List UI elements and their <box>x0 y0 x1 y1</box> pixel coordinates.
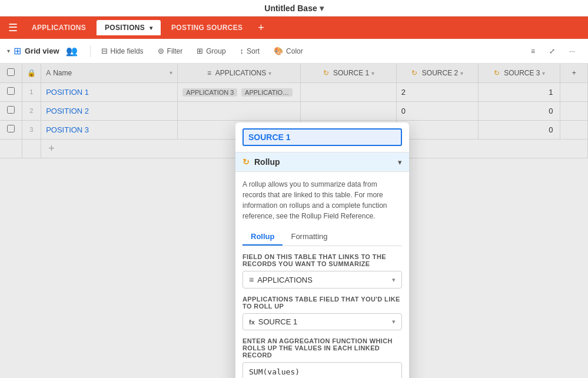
tab-rollup[interactable]: Rollup <box>242 228 283 246</box>
link-field-icon: ≡ <box>249 275 254 284</box>
color-icon: 🎨 <box>274 47 283 55</box>
rollup-field-icon: fx <box>249 319 255 326</box>
agg-label: Enter an aggregation function which roll… <box>242 337 402 359</box>
more-options-button[interactable]: ··· <box>563 44 581 58</box>
sort-icon: ↕ <box>240 47 244 55</box>
color-label: Color <box>286 47 303 55</box>
rollup-field-value: SOURCE 1 <box>258 317 297 326</box>
select-left: ≡ APPLICATIONS <box>249 275 313 284</box>
modal-body: A rollup allows you to summarize data fr… <box>235 172 409 378</box>
toolbar: ▾ ⊞ Grid view 👥 ⊟ Hide fields ⊜ Filter ⊞… <box>0 39 588 64</box>
type-expand-icon: ▾ <box>398 158 402 167</box>
sort-label: Sort <box>247 47 260 55</box>
link-field-chevron-icon: ▾ <box>392 276 396 284</box>
tab-bar: ☰ APPLICATIONS POSITIONS ▾ POSTING SOURC… <box>0 16 588 39</box>
fullscreen-button[interactable]: ⤢ <box>543 44 561 58</box>
filter-button[interactable]: ⊜ Filter <box>152 44 189 58</box>
field-name-input[interactable] <box>242 128 402 146</box>
link-field-value: APPLICATIONS <box>257 276 313 284</box>
tab-posting-sources[interactable]: POSTING SOURCES <box>163 20 251 35</box>
more-icon: ··· <box>569 47 575 55</box>
rollup-type-icon: ↻ <box>242 157 250 167</box>
title-text: Untitled Base <box>264 4 317 13</box>
field-config-modal: ↻ Rollup ▾ A rollup allows you to summar… <box>235 122 409 378</box>
field-type-section: ↻ Rollup ▾ <box>235 152 409 172</box>
group-label: Group <box>206 47 225 55</box>
sort-button[interactable]: ↕ Sort <box>234 44 266 58</box>
hide-fields-label: Hide fields <box>111 47 144 55</box>
menu-button[interactable]: ☰ <box>5 20 21 35</box>
type-selector[interactable]: ↻ Rollup ▾ <box>242 157 402 167</box>
app-title: Untitled Base ▾ <box>264 4 323 13</box>
rollup-select-left: fx SOURCE 1 <box>249 317 297 326</box>
tab-positions[interactable]: POSITIONS ▾ <box>97 20 161 35</box>
description-text: A rollup allows you to summarize data fr… <box>242 179 402 221</box>
type-label: Rollup <box>254 157 280 167</box>
modal-tabs: Rollup Formatting <box>242 228 402 246</box>
toolbar-divider <box>90 45 91 57</box>
filter-icon: ⊜ <box>158 47 164 55</box>
title-chevron[interactable]: ▾ <box>320 4 324 13</box>
row-height-button[interactable]: ≡ <box>525 44 541 58</box>
hide-fields-button[interactable]: ⊟ Hide fields <box>95 44 150 58</box>
agg-function-box[interactable]: SUM(values) <box>242 362 402 378</box>
filter-label: Filter <box>167 47 183 55</box>
fullscreen-icon: ⤢ <box>549 47 555 55</box>
tab-formatting[interactable]: Formatting <box>283 228 335 246</box>
agg-function-value: SUM(values) <box>249 367 300 376</box>
group-button[interactable]: ⊞ Group <box>191 44 231 58</box>
type-left: ↻ Rollup <box>242 157 280 167</box>
row-height-icon: ≡ <box>531 47 535 55</box>
add-tab-button[interactable]: + <box>253 19 269 37</box>
view-toggle: ▾ ⊞ Grid view 👥 <box>7 42 81 59</box>
view-chevron-icon: ▾ <box>7 48 10 54</box>
view-label: Grid view <box>25 47 59 55</box>
grid-container: 🔒 A Name ▾ ≡ APPLICATIONS ▾ ↻ SOURCE <box>0 64 588 378</box>
link-field-selector[interactable]: ≡ APPLICATIONS ▾ <box>242 271 402 289</box>
title-bar: Untitled Base ▾ <box>0 0 588 16</box>
hide-fields-icon: ⊟ <box>101 47 108 55</box>
group-icon: ⊞ <box>197 47 203 55</box>
share-view-button[interactable]: 👥 <box>63 42 81 59</box>
link-field-label: Field on this table that links to the re… <box>242 253 402 267</box>
grid-view-icon: ⊞ <box>14 45 21 57</box>
color-button[interactable]: 🎨 Color <box>268 44 309 58</box>
rollup-field-label: APPLICATIONS table field that you'd like… <box>242 296 402 310</box>
toolbar-right: ≡ ⤢ ··· <box>525 44 581 58</box>
rollup-field-selector[interactable]: fx SOURCE 1 ▾ <box>242 313 402 330</box>
modal-header <box>235 122 409 152</box>
tab-applications[interactable]: APPLICATIONS <box>24 20 94 35</box>
rollup-field-chevron-icon: ▾ <box>392 318 396 326</box>
